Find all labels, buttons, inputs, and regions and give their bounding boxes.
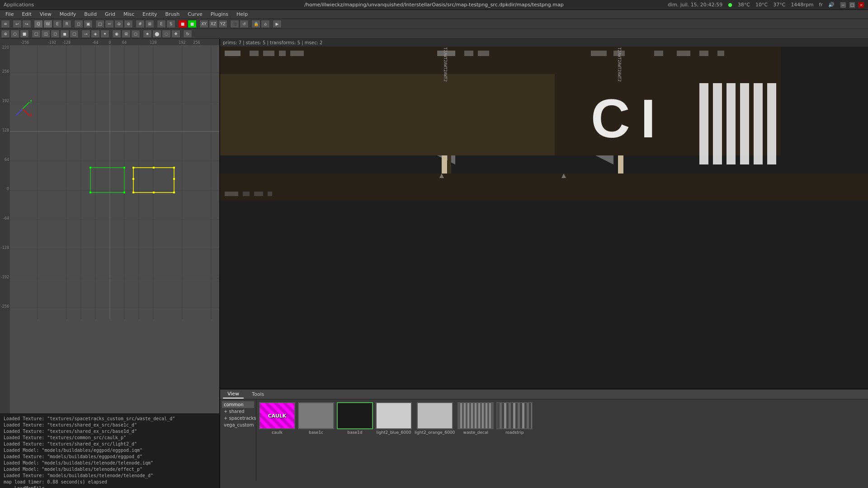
tb2-btn-17[interactable]: ◌ [162,30,171,38]
toggle-btn-2[interactable]: ■ [188,20,197,28]
tb2-btn-6[interactable]: ◻ [51,30,60,38]
view-yz-button[interactable]: YZ [218,20,227,28]
svg-rect-98 [677,51,690,56]
axis-indicator: Y X [11,98,34,120]
console-line: map load timer: 0.88 second(s) elapsed [4,479,216,485]
snaptogrid-button[interactable]: ⊞ [145,20,154,28]
toggle-btn-1[interactable]: ■ [178,20,187,28]
tb2-btn-14[interactable]: ○ [131,30,140,38]
tree-item-common[interactable]: common [222,401,254,408]
tex-lock-button[interactable]: 🔒 [251,20,260,28]
texture-thumb-light2blue[interactable] [376,402,412,429]
scale-button[interactable]: R [62,20,71,28]
viewport-2d[interactable]: 220 256 192 128 64 0 -64 -128 -192 -256 … [0,39,219,413]
tree-item-vega[interactable]: vega_custom [222,422,254,428]
tree-item-spacetracks[interactable]: + spacetracks [222,415,254,422]
undo-button[interactable]: ↩ [13,20,22,28]
volume-icon[interactable]: 🔊 [828,2,835,8]
console-line: Loaded Texture: "textures/shared_ex_src/… [4,441,216,447]
maximize-button[interactable]: □ [849,2,855,8]
realtime-button[interactable]: ▶ [273,20,282,28]
csg-subtract-button[interactable]: ⊖ [114,20,123,28]
texture-tree: common + shared + spacetracks vega_custo… [220,399,256,481]
tb2-btn-18[interactable]: ❖ [171,30,180,38]
brush-new-button[interactable]: □ [95,20,104,28]
clipper-button[interactable]: ✂ [105,20,114,28]
tree-item-shared[interactable]: + shared [222,408,254,415]
menu-item-plugins[interactable]: Plugins [207,10,232,18]
region-off-button[interactable]: ◻ [74,20,83,28]
texture-thumb-caulk[interactable]: CAULK [259,402,295,429]
grid-toggle-button[interactable]: # [136,20,145,28]
entity-inspector-button[interactable]: E [157,20,166,28]
translate-button[interactable]: W [43,20,52,28]
svg-rect-97 [654,51,663,56]
svg-rect-89 [263,51,274,56]
tb2-btn-12[interactable]: ◉ [112,30,121,38]
menu-item-modify[interactable]: Modify [56,10,80,18]
select-mode-button[interactable]: Q [34,20,43,28]
minimize-button[interactable]: − [840,2,846,8]
texture-item-caulk[interactable]: CAULK caulk [259,402,295,435]
tb2-btn-4[interactable]: □ [32,30,41,38]
tb2-btn-7[interactable]: ◼ [60,30,69,38]
tb2-btn-15[interactable]: ★ [143,30,152,38]
menu-item-view[interactable]: View [36,10,55,18]
tb2-btn-11[interactable]: ✦ [100,30,109,38]
region-sel-button[interactable]: ▣ [84,20,93,28]
texture-thumb-base1d[interactable] [337,402,373,429]
svg-text:-256: -256 [1,305,9,309]
csg-merge-button[interactable]: ⊕ [124,20,133,28]
texture-item-base1c[interactable]: base1c [298,402,334,435]
tb2-btn-10[interactable]: ◈ [91,30,100,38]
menu-item-build[interactable]: Build [80,10,100,18]
view-xy-button[interactable]: XY [199,20,208,28]
texture-thumb-waste-decal[interactable] [458,402,494,429]
texture-item-roadstrip[interactable]: roadstrip [496,402,533,435]
surf-inspector-button[interactable]: S [166,20,175,28]
menu-item-grid[interactable]: Grid [101,10,119,18]
menu-item-brush[interactable]: Brush [161,10,183,18]
rotate-button[interactable]: E [53,20,62,28]
texture-browser: common + shared + spacetracks vega_custo… [220,399,868,481]
menubar: FileEditViewModifyBuildGridMiscEntityBru… [0,10,868,19]
tb2-btn-13[interactable]: ⊞ [122,30,131,38]
tb2-btn-3[interactable]: ■ [20,30,29,38]
cam-free-button[interactable]: 🎥 [230,20,239,28]
view-xz-button[interactable]: XZ [209,20,218,28]
texture-thumb-roadstrip[interactable] [496,402,533,429]
close-button[interactable]: × [858,2,864,8]
tb2-btn-5[interactable]: ◫ [41,30,50,38]
tb2-btn-1[interactable]: ⊕ [1,30,10,38]
texture-item-light2orange[interactable]: light2_orange_6000 [415,402,455,435]
tb2-btn-19[interactable]: ↻ [183,30,192,38]
menu-item-misc[interactable]: Misc [120,10,138,18]
waste-decal-name: waste_decal [463,430,488,435]
menu-item-help[interactable]: Help [233,10,251,18]
tb2-btn-2[interactable]: ○ [10,30,19,38]
redo-button[interactable]: ↪ [22,20,31,28]
light2orange-name: light2_orange_6000 [415,430,455,435]
menu-item-entity[interactable]: Entity [139,10,160,18]
svg-text:-64: -64 [3,216,9,221]
tab-tools[interactable]: Tools [247,390,269,398]
tab-view[interactable]: View [223,390,244,399]
menu-item-edit[interactable]: Edit [18,10,35,18]
tb2-btn-9[interactable]: → [81,30,90,38]
tb2-btn-16[interactable]: ⬤ [152,30,161,38]
texture-item-light2blue[interactable]: light2_blue_6000 [376,402,412,435]
svg-text:192: 192 [2,99,9,103]
refresh-button[interactable]: ↺ [240,20,249,28]
menu-item-curve[interactable]: Curve [184,10,206,18]
svg-rect-90 [279,51,286,56]
texture-item-waste-decal[interactable]: waste_decal [458,402,494,435]
caulk-name: caulk [272,430,283,435]
patch-mode-button[interactable]: ⌂ [261,20,270,28]
menu-item-file[interactable]: File [2,10,17,18]
texture-thumb-light2orange[interactable] [417,402,453,429]
menu-toggle-button[interactable]: ≡ [1,20,10,28]
texture-thumb-base1c[interactable] [298,402,334,429]
tb2-btn-8[interactable]: ▢ [70,30,79,38]
svg-rect-100 [717,51,724,56]
texture-item-base1d[interactable]: base1d [337,402,373,435]
